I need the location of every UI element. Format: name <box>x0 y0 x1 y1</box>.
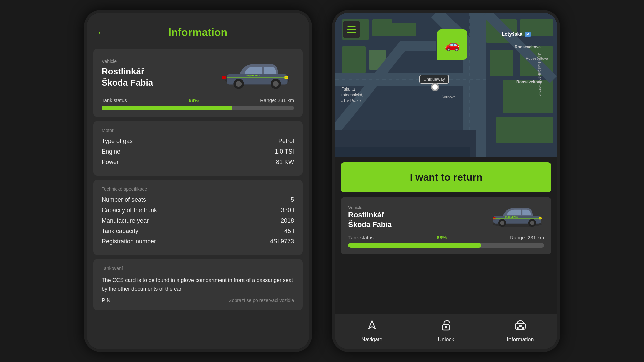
svg-point-40 <box>445 326 447 328</box>
svg-point-31 <box>500 221 504 225</box>
lotyska-label: Lotyšská P <box>502 31 531 37</box>
map-container: Lotyšská P Rooseveltova Rooseveltova Jug… <box>335 13 557 157</box>
spec-seats: Number of seats 5 <box>102 196 294 203</box>
information-car-icon <box>514 319 526 334</box>
svg-text:UNIQUEWAY: UNIQUEWAY <box>505 216 518 218</box>
tank-percent: 68% <box>189 97 199 103</box>
nav-unlock-label: Unlock <box>438 337 454 343</box>
tank-bottom-percent: 68% <box>437 235 447 240</box>
lotyska-badge: P <box>525 32 531 37</box>
motor-label: Motor <box>102 128 294 133</box>
tank-bottom-bar-bg <box>348 243 544 248</box>
svg-rect-7 <box>222 76 226 79</box>
faktura-label: Fakulta rotechnická, JT v Praze <box>341 86 363 103</box>
tankovani-text: The CCS card is to be found in a glove c… <box>102 276 294 293</box>
spec-type-of-gas: Type of gas Petrol <box>102 138 294 145</box>
svg-rect-36 <box>493 218 541 219</box>
left-phone: ← Information Vehicle Rostlinkář Škoda F… <box>84 10 312 352</box>
location-dot <box>431 83 439 91</box>
unlock-icon <box>440 319 452 334</box>
svg-rect-27 <box>335 147 470 157</box>
nav-navigate-label: Navigate <box>361 337 382 343</box>
svg-rect-18 <box>490 50 513 76</box>
motor-section: Motor Type of gas Petrol Engine 1.0 TSI … <box>93 121 303 176</box>
svg-marker-38 <box>369 321 375 329</box>
info-header: ← Information <box>87 13 309 45</box>
tank-bottom-label: Tank status <box>348 235 374 240</box>
spec-engine: Engine 1.0 TSI <box>102 148 294 155</box>
tankovani-section: Tankování The CCS card is to be found in… <box>93 259 303 310</box>
tank-range: Range: 231 km <box>260 97 294 103</box>
pin-value: Zobrazí se po rezervaci vozidla <box>229 298 294 304</box>
spec-trunk: Capacity of the trunk 330 l <box>102 207 294 214</box>
vehicle-bottom-label: Vehicle <box>348 205 490 210</box>
vehicle-bottom-card: Vehicle Rostlinkář Škoda Fabia <box>341 197 551 254</box>
bottom-nav: Navigate Unlock <box>335 314 557 349</box>
tank-bottom-bar-fill <box>348 243 481 248</box>
tank-bar-fill <box>102 106 232 110</box>
solinova-label: Šolinova <box>442 95 456 99</box>
svg-point-5 <box>273 81 279 87</box>
spec-year: Manufacture year 2018 <box>102 217 294 224</box>
right-phone: Lotyšská P Rooseveltova Rooseveltova Jug… <box>332 10 560 352</box>
back-button[interactable]: ← <box>97 27 106 38</box>
nav-information-label: Information <box>507 337 534 343</box>
spec-registration: Registration number 4SL9773 <box>102 238 294 245</box>
svg-point-3 <box>236 81 241 87</box>
nav-navigate[interactable]: Navigate <box>335 319 409 343</box>
page-title: Information <box>113 26 283 39</box>
svg-rect-15 <box>389 23 416 36</box>
nav-information[interactable]: Information <box>483 319 557 343</box>
vehicle-card: Vehicle Rostlinkář Škoda Fabia <box>93 49 303 117</box>
map-screen: Lotyšská P Rooseveltova Rooseveltova Jug… <box>335 13 557 349</box>
spec-tank-capacity: Tank capacity 45 l <box>102 228 294 235</box>
hamburger-line-1 <box>347 26 356 27</box>
car-marker-icon: 🚗 <box>445 38 460 52</box>
jugoslav-label: Jugoslavských party <box>537 53 541 83</box>
car-marker: 🚗 <box>437 29 467 60</box>
info-screen: ← Information Vehicle Rostlinkář Škoda F… <box>87 13 309 349</box>
svg-point-42 <box>517 327 519 329</box>
tank-bar-bg <box>102 106 294 110</box>
svg-point-33 <box>530 221 534 225</box>
return-button[interactable]: I want to return <box>341 162 551 192</box>
nav-unlock[interactable]: Unlock <box>409 319 483 343</box>
svg-point-43 <box>522 327 524 329</box>
vehicle-label: Vehicle <box>102 59 153 64</box>
tank-status-label: Tank status <box>102 97 127 103</box>
svg-rect-20 <box>503 80 553 113</box>
svg-rect-21 <box>496 117 553 143</box>
hamburger-button[interactable] <box>343 21 360 38</box>
technicke-section: Technické specifikace Number of seats 5 … <box>93 180 303 255</box>
spec-power: Power 81 KW <box>102 159 294 166</box>
technicke-label: Technické specifikace <box>102 186 294 192</box>
hamburger-line-2 <box>347 29 356 30</box>
svg-rect-8 <box>227 77 287 78</box>
svg-rect-44 <box>519 325 522 327</box>
vehicle-bottom-name: Rostlinkář Škoda Fabia <box>348 210 490 229</box>
rooseveltova-right2: Rooseveltova <box>516 80 542 84</box>
vehicle-name: Rostlinkář Škoda Fabia <box>102 66 153 89</box>
car-image: UNIQUEWAY <box>220 55 294 92</box>
vehicle-bottom-image: UNIQUEWAY <box>490 204 544 231</box>
hamburger-line-3 <box>347 32 356 33</box>
pin-key: PIN <box>102 298 111 304</box>
uniqueway-badge: Uniqueway <box>419 75 449 84</box>
rooseveltova-right: Rooseveltova <box>515 45 541 49</box>
tankovani-label: Tankování <box>102 266 294 271</box>
svg-text:UNIQUEWAY: UNIQUEWAY <box>245 74 260 77</box>
svg-rect-13 <box>342 46 366 73</box>
navigate-icon <box>366 319 378 334</box>
tank-bottom-range: Range: 231 km <box>510 235 544 240</box>
